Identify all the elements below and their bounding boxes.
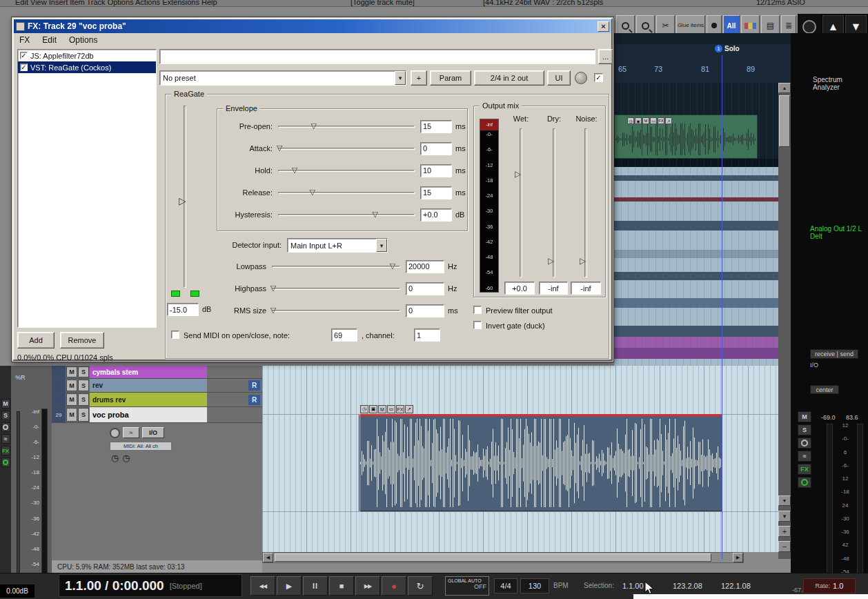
io-label[interactable]: I/O (810, 362, 818, 369)
noise-slider-thumb[interactable]: ▷ (580, 257, 586, 265)
scrollbar-thumb[interactable] (275, 553, 711, 562)
monitor-knob[interactable] (802, 20, 816, 34)
record-arm-button[interactable]: R (248, 380, 260, 391)
play-button[interactable]: ▶ (277, 576, 302, 596)
item-fx-icon[interactable]: FX (396, 405, 404, 413)
media-item-voc-proba[interactable] (359, 414, 722, 511)
fx-enable-checkbox[interactable]: ✓ (20, 52, 28, 59)
param-button[interactable]: Param (430, 70, 471, 86)
menu-options[interactable]: Options (69, 35, 97, 45)
fx-enabled-checkbox[interactable]: ✓ (594, 73, 603, 82)
envelope-button[interactable]: ≈ (1, 434, 10, 444)
analog-out-label[interactable]: Analog Out 1/2 L Delt (810, 225, 868, 240)
item-notes-icon[interactable]: ▭ (387, 405, 395, 413)
more-options-button[interactable]: ... (598, 49, 613, 64)
volume-fader-track[interactable] (17, 411, 20, 578)
ui-toggle-button[interactable]: UI (547, 70, 571, 86)
dry-slider-thumb[interactable]: ▷ (548, 257, 554, 265)
time-signature-display[interactable]: 4/4 (494, 578, 517, 593)
preview-filter-checkbox[interactable] (473, 306, 482, 314)
fx-chain-list[interactable]: ✓ JS: Applefilter72db ✓ VST: ReaGate (Co… (17, 49, 157, 328)
slider-thumb[interactable]: ▽ (373, 209, 378, 219)
record-arm-button[interactable]: R (248, 395, 260, 405)
hold-value-input[interactable]: 10 (420, 164, 452, 177)
save-preset-button[interactable]: + (411, 70, 427, 86)
preset-dropdown[interactable]: No preset ▾ (159, 70, 406, 86)
track-row[interactable]: M S rev R (52, 379, 262, 393)
solo-marker[interactable]: 1 Solo (715, 45, 740, 52)
lowpass-value-input[interactable]: 20000 (406, 260, 444, 273)
main-menu-items[interactable]: Edit View Insert Item Track Options Acti… (15, 0, 217, 6)
slider-thumb[interactable]: ▽ (309, 187, 315, 197)
fx-chain-item[interactable]: ✓ JS: Applefilter72db (18, 50, 156, 61)
track-solo-button[interactable]: S (78, 380, 89, 391)
rms-size-slider[interactable]: ▽ (272, 305, 400, 316)
remove-fx-button[interactable]: Remove (60, 332, 104, 348)
fx-chain-label[interactable]: JS: Applefilter72db (30, 52, 94, 60)
slider-thumb[interactable]: ▽ (292, 165, 297, 175)
track-row[interactable]: M S drums rev R (52, 393, 262, 407)
track-row-selected[interactable]: 29 M S voc proba (52, 407, 262, 423)
zoom-fit-button[interactable]: ▾ (778, 511, 791, 522)
fx-window-titlebar[interactable]: FX: Track 29 "voc proba" × (14, 19, 611, 33)
scroll-right-button[interactable]: ▶ (733, 553, 743, 562)
fx-comment-input[interactable] (159, 49, 595, 64)
slider-thumb[interactable]: ▽ (277, 143, 282, 153)
transport-time-display[interactable]: 1.1.00 / 0:00.000 [Stopped] (59, 574, 242, 597)
clock-icon[interactable]: ◷ (122, 453, 130, 463)
mute-button[interactable]: M (798, 411, 811, 422)
add-fx-button[interactable]: Add (17, 332, 55, 348)
track-mute-button[interactable]: M (66, 380, 77, 391)
attack-slider[interactable]: ▽ (278, 143, 415, 154)
track-mute-button[interactable]: M (66, 366, 77, 377)
track-io-button[interactable]: I/O (142, 427, 164, 438)
pre-open-slider[interactable]: ▽ (278, 121, 415, 132)
release-value-input[interactable]: 15 (420, 186, 452, 199)
wet-slider-track[interactable] (520, 128, 522, 277)
hysteresis-value-input[interactable]: +0.0 (420, 208, 452, 222)
fx-button[interactable]: FX (798, 464, 811, 475)
track-name[interactable]: rev (90, 379, 207, 392)
playrate-control[interactable]: Rate: 1.0 (803, 578, 856, 593)
track-row[interactable]: M S cymbals stem (52, 366, 262, 379)
zoom-out-vertical-button[interactable]: − (778, 541, 791, 552)
lowpass-slider[interactable]: ▽ (272, 261, 400, 272)
zoom-in-vertical-button[interactable]: + (778, 526, 791, 537)
release-slider[interactable]: ▽ (278, 187, 415, 198)
hysteresis-slider[interactable]: ▽ (278, 209, 415, 220)
highpass-value-input[interactable]: 0 (406, 282, 444, 295)
attack-value-input[interactable]: 0 (420, 142, 452, 155)
track-name[interactable]: voc proba (90, 407, 207, 422)
hold-slider[interactable]: ▽ (278, 165, 415, 176)
timeline-ruler[interactable]: 1 Solo 65 73 81 89 (614, 33, 791, 83)
track-name[interactable]: cymbals stem (90, 366, 207, 378)
pause-button[interactable]: II (303, 576, 328, 596)
scrollbar-thumb[interactable] (779, 95, 790, 147)
record-button[interactable]: ● (382, 576, 406, 596)
menu-fx[interactable]: FX (19, 35, 30, 45)
fx-enable-button[interactable] (798, 477, 811, 488)
item-expand-icon[interactable]: ↗ (405, 405, 413, 413)
go-to-start-button[interactable]: ◀◀ (250, 576, 275, 596)
wet-slider-thumb[interactable]: ▷ (515, 170, 521, 178)
slider-thumb[interactable]: ▽ (310, 121, 316, 131)
threshold-slider-thumb[interactable]: ▷ (179, 197, 186, 205)
fx-enable-checkbox[interactable]: ✓ (20, 63, 28, 71)
repeat-button[interactable]: ↻ (408, 576, 433, 596)
item-mute-icon[interactable]: M (378, 405, 386, 413)
stop-button[interactable]: ■ (329, 576, 354, 596)
record-arm-circle-button[interactable] (110, 428, 120, 438)
envelope-button[interactable]: ≈ (798, 451, 811, 462)
invert-gate-checkbox[interactable] (473, 321, 482, 329)
track-solo-button[interactable]: S (78, 366, 89, 377)
receive-send-button[interactable]: receive | send (810, 349, 858, 359)
track-name[interactable]: drums rev (90, 393, 207, 406)
fx-chain-label[interactable]: VST: ReaGate (Cockos) (30, 63, 111, 72)
fx-button[interactable]: FX (1, 446, 10, 455)
dry-value-input[interactable]: -inf (539, 282, 568, 295)
record-mode-label[interactable]: %R (15, 374, 26, 381)
fx-chain-item-selected[interactable]: ✓ VST: ReaGate (Cockos) (18, 61, 156, 73)
wet-value-input[interactable]: +0.0 (504, 282, 535, 295)
master-gain-readout[interactable]: 0.00dB (0, 585, 34, 598)
detector-input-dropdown[interactable]: Main Input L+R ▾ (287, 238, 388, 253)
